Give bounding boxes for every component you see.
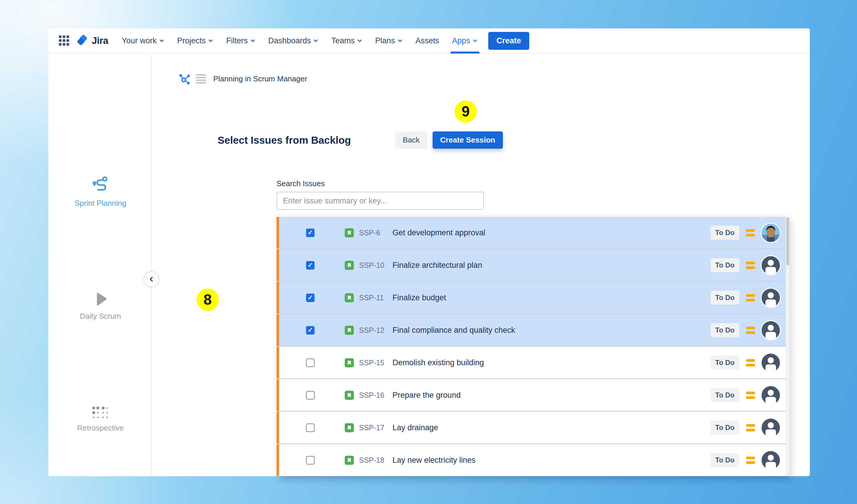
app-hub-icon <box>178 72 191 85</box>
status-badge: To Do <box>710 421 739 435</box>
scrollbar-thumb[interactable] <box>786 218 789 265</box>
chevron-down-icon <box>159 38 164 43</box>
priority-stripe <box>276 379 279 411</box>
assignee-avatar[interactable] <box>761 256 780 275</box>
create-button[interactable]: Create <box>488 32 529 50</box>
priority-stripe <box>276 347 279 379</box>
breadcrumb: Planning in Scrum Manager <box>178 72 307 85</box>
assignee-avatar[interactable] <box>761 224 780 242</box>
play-icon <box>56 291 145 308</box>
create-session-button[interactable]: Create Session <box>433 132 503 149</box>
jira-logo-icon <box>77 35 89 47</box>
sidebar-item-label: Sprint Planning <box>56 199 145 208</box>
assignee-avatar[interactable] <box>761 353 780 372</box>
priority-medium-icon <box>746 262 755 269</box>
priority-medium-icon <box>746 424 755 431</box>
priority-stripe <box>276 282 279 313</box>
sidebar-item-daily-scrum[interactable]: Daily Scrum <box>56 291 145 321</box>
user-photo <box>761 224 780 242</box>
back-button[interactable]: Back <box>395 132 427 149</box>
status-badge: To Do <box>710 453 739 467</box>
issue-key: SSP-16 <box>359 391 387 400</box>
jira-logo[interactable]: Jira <box>77 35 108 47</box>
issue-checkbox[interactable] <box>306 359 315 367</box>
search-issues-input[interactable] <box>276 192 484 210</box>
user-avatar-icon <box>761 419 780 437</box>
menu-icon[interactable] <box>196 74 206 83</box>
assignee-avatar[interactable] <box>761 321 780 340</box>
issue-summary: Prepare the ground <box>392 391 461 400</box>
issue-row[interactable]: SSP-18 Lay new electricity lines To Do <box>276 444 786 476</box>
issue-row[interactable]: SSP-15 Demolish existing building To Do <box>276 347 786 379</box>
scrollbar-track[interactable] <box>786 217 790 476</box>
issue-checkbox[interactable] <box>306 423 315 432</box>
title-row: Select Issues from Backlog Back Create S… <box>218 132 503 149</box>
priority-medium-icon <box>746 327 755 334</box>
issue-key: SSP-12 <box>359 326 387 334</box>
story-icon <box>345 261 354 270</box>
status-badge: To Do <box>710 323 739 337</box>
issue-checkbox[interactable] <box>306 261 315 270</box>
nav-item-your-work[interactable]: Your work <box>122 29 164 53</box>
chevron-down-icon <box>208 38 213 43</box>
page-title: Select Issues from Backlog <box>218 134 364 146</box>
assignee-avatar[interactable] <box>761 451 780 469</box>
issue-checkbox[interactable] <box>306 229 315 237</box>
jira-logo-text: Jira <box>92 35 108 46</box>
sidebar-item-sprint-planning[interactable]: Sprint Planning <box>56 175 145 208</box>
issue-row[interactable]: SSP-10 Finalize architectural plan To Do <box>276 249 786 281</box>
sidebar-item-retrospective[interactable]: Retrospective <box>56 406 145 433</box>
top-navbar: Jira Your work Projects Filters Dashboar… <box>48 29 810 54</box>
assignee-avatar[interactable] <box>761 289 780 307</box>
nav-item-teams[interactable]: Teams <box>331 29 362 53</box>
story-icon <box>345 293 354 302</box>
priority-stripe <box>276 217 279 248</box>
nav-item-apps[interactable]: Apps <box>452 29 478 53</box>
nav-item-projects[interactable]: Projects <box>177 29 214 53</box>
priority-medium-icon <box>746 392 755 399</box>
status-badge: To Do <box>710 291 739 305</box>
sidebar-collapse-button[interactable] <box>144 271 159 287</box>
status-badge: To Do <box>710 258 739 272</box>
sidebar-item-label: Retrospective <box>56 423 145 433</box>
user-avatar-icon <box>761 289 780 307</box>
status-badge: To Do <box>710 355 739 370</box>
story-icon <box>345 456 354 465</box>
nav-item-filters[interactable]: Filters <box>226 29 255 53</box>
annotation-badge-8: 8 <box>197 289 219 311</box>
chevron-left-icon <box>148 276 155 282</box>
issue-row[interactable]: SSP-16 Prepare the ground To Do <box>276 379 786 411</box>
user-avatar-icon <box>761 321 780 340</box>
issue-summary: Get development approval <box>392 228 485 237</box>
status-badge: To Do <box>710 226 739 240</box>
nav-item-dashboards[interactable]: Dashboards <box>268 29 319 53</box>
nav-item-assets[interactable]: Assets <box>416 29 439 53</box>
assignee-avatar[interactable] <box>761 419 780 437</box>
nav-item-label: Projects <box>177 36 206 45</box>
issue-summary: Final compliance and quality check <box>392 326 515 335</box>
priority-medium-icon <box>746 359 755 366</box>
app-switcher-icon[interactable] <box>59 35 69 46</box>
assignee-avatar[interactable] <box>761 386 780 404</box>
issue-key: SSP-10 <box>359 261 387 270</box>
issue-row[interactable]: SSP-12 Final compliance and quality chec… <box>276 314 786 346</box>
nav-item-plans[interactable]: Plans <box>375 29 403 53</box>
app-window: Jira Your work Projects Filters Dashboar… <box>48 29 810 476</box>
issue-row[interactable]: SSP-17 Lay drainage To Do <box>276 412 786 444</box>
status-badge: To Do <box>710 388 739 402</box>
issue-checkbox[interactable] <box>306 456 315 465</box>
story-icon <box>345 326 354 335</box>
issue-key: SSP-11 <box>359 294 387 302</box>
issue-summary: Lay new electricity lines <box>392 456 476 465</box>
sidebar-item-label: Daily Scrum <box>56 312 145 321</box>
story-icon <box>345 358 354 367</box>
story-icon <box>345 391 354 400</box>
issue-checkbox[interactable] <box>306 326 315 334</box>
chevron-down-icon <box>398 38 403 43</box>
issue-checkbox[interactable] <box>306 294 315 302</box>
issue-row[interactable]: SSP-6 Get development approval To Do <box>276 217 786 248</box>
user-avatar-icon <box>761 353 780 372</box>
issue-summary: Lay drainage <box>392 423 438 432</box>
issue-checkbox[interactable] <box>306 391 315 400</box>
issue-row[interactable]: SSP-11 Finalize budget To Do <box>276 282 786 313</box>
